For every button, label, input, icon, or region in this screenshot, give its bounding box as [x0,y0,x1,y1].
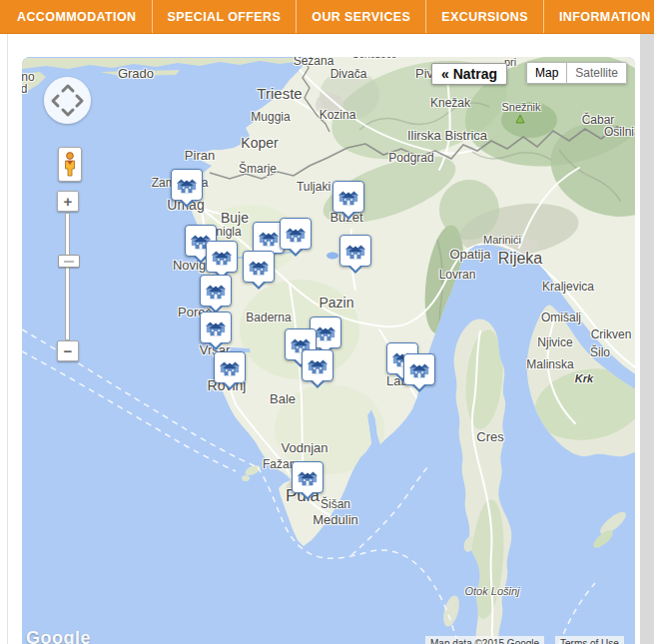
nav-item-excursions[interactable]: EXCURSIONS [426,0,544,33]
zoom-in-button[interactable]: + [57,191,79,212]
houses-icon [297,469,319,486]
page: ACCOMMODATIONSPECIAL OFFERSOUR SERVICESE… [0,0,654,644]
zoom-slider-handle[interactable] [58,255,80,268]
accommodation-marker[interactable] [403,353,435,385]
map-type-satellite-button[interactable]: Satellite [567,62,627,84]
pan-arrows-icon [44,77,91,124]
zoom-slider-track[interactable] [65,213,70,340]
houses-icon [205,283,227,300]
houses-icon [307,357,328,374]
accommodation-marker[interactable] [292,461,324,493]
houses-icon [219,359,241,376]
map-type-control: Map Satellite [526,62,627,84]
pegman-control[interactable] [58,147,82,182]
accommodation-marker[interactable] [214,351,246,383]
accommodation-marker[interactable] [200,312,232,343]
accommodation-marker[interactable] [332,181,364,213]
houses-icon [176,177,198,194]
accommodation-marker[interactable] [339,235,371,267]
accommodation-marker[interactable] [280,218,312,250]
houses-icon [258,230,280,247]
top-nav: ACCOMMODATIONSPECIAL OFFERSOUR SERVICESE… [0,0,654,34]
nav-item-our-services[interactable]: OUR SERVICES [297,0,426,33]
pan-control[interactable] [44,77,91,124]
houses-icon [337,189,359,206]
map-data-attribution: Map data ©2015 Google [425,636,544,644]
nav-item-accommodation[interactable]: ACCOMMODATION [2,0,153,33]
terms-of-use-link[interactable]: Terms of Use [555,636,624,644]
zoom-out-button[interactable]: − [57,340,79,361]
houses-icon [315,324,336,341]
accommodation-marker[interactable] [200,275,232,307]
houses-icon [211,249,233,266]
accommodation-marker[interactable] [243,251,275,283]
map-type-map-button[interactable]: Map [526,62,567,84]
houses-icon [205,320,227,336]
accommodation-marker[interactable] [206,241,238,273]
houses-icon [285,226,307,243]
houses-icon [248,259,270,276]
accommodation-marker[interactable] [302,349,333,381]
page-left-border [7,34,8,644]
nav-item-information[interactable]: INFORMATION [544,0,654,33]
nav-item-special-offers[interactable]: SPECIAL OFFERS [153,0,298,33]
back-button[interactable]: « Natrag [431,63,507,85]
map-canvas[interactable]: GradognanobiadSežanaSenožečeDivačaTriest… [22,57,635,644]
google-logo[interactable]: Google [26,628,91,644]
page-right-gutter [640,34,654,644]
houses-icon [344,243,366,260]
accommodation-marker[interactable] [171,169,203,201]
pegman-icon [63,152,77,177]
houses-icon [408,361,430,378]
